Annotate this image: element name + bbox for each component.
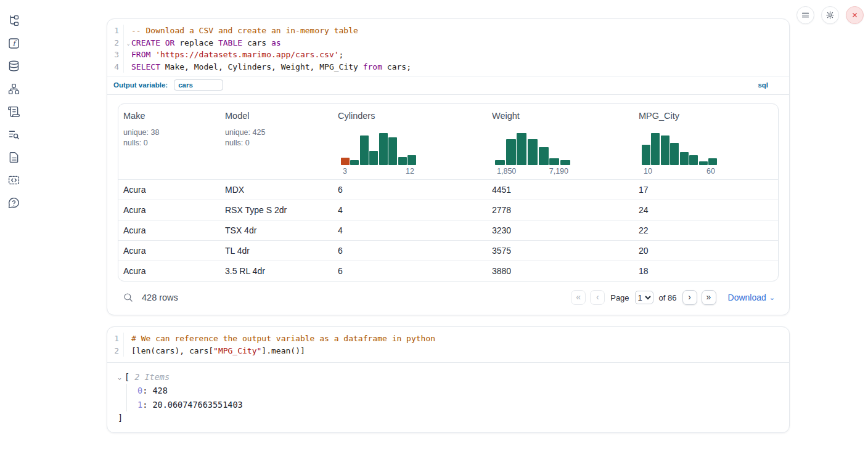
histogram-axis: 1,850 7,190 [495, 167, 570, 176]
sql-code-editor[interactable]: 1 -- Download a CSV and create an in-mem… [107, 19, 789, 76]
python-cell-output: ⌄ [ 2 Items 0: 428 1: 20.060747663551403… [107, 363, 789, 432]
histogram-bars [341, 133, 416, 165]
page-label: Page [610, 293, 629, 302]
cell-cylinders: 6 [333, 266, 487, 276]
histogram-bar [360, 136, 369, 165]
table-row[interactable]: Acura RSX Type S 2dr 4 2778 24 [118, 200, 778, 220]
weight-histogram: 1,850 7,190 [495, 133, 570, 176]
prev-page-button[interactable]: ‹ [590, 290, 605, 305]
list-item: 0: 428 [137, 384, 779, 398]
column-name: Make [123, 111, 215, 121]
axis-max: 7,190 [549, 167, 568, 176]
python-code-editor[interactable]: 1 # We can reference the output variable… [107, 327, 789, 363]
chevron-down-icon: ⌄ [769, 294, 775, 302]
mpg-city-histogram: 10 60 [642, 133, 717, 176]
table-header: Make unique: 38 nulls: 0 Model unique: 4… [118, 104, 778, 179]
snippets-icon[interactable] [7, 173, 20, 187]
gear-icon [825, 10, 835, 20]
first-page-button[interactable]: « [571, 290, 586, 305]
item-index: 1 [137, 400, 142, 410]
histogram-bar [369, 151, 378, 165]
output-variable-input[interactable] [174, 79, 223, 91]
last-page-button[interactable]: » [702, 290, 716, 305]
line-number: 1 [107, 333, 124, 345]
cell-mpg-city: 17 [634, 185, 778, 195]
histogram-bars [495, 133, 570, 165]
column-header-cylinders[interactable]: Cylinders [333, 104, 487, 179]
cell-model: RSX Type S 2dr [220, 205, 333, 215]
cell-mpg-city: 18 [634, 266, 778, 276]
documentation-icon[interactable] [7, 150, 20, 164]
cell-mpg-city: 22 [634, 225, 778, 235]
sql-text: cars [247, 38, 271, 47]
cylinders-histogram: 3 12 [341, 133, 416, 176]
tree-root: ⌄ [ 2 Items [118, 372, 779, 382]
search-button[interactable] [123, 292, 134, 303]
page-total: of 86 [659, 293, 677, 302]
left-panel-bar: f [0, 0, 27, 449]
variables-icon[interactable]: f [7, 36, 20, 50]
cell-model: 3.5 RL 4dr [220, 266, 333, 276]
axis-max: 60 [706, 167, 715, 176]
cell-make: Acura [118, 246, 220, 256]
table-row[interactable]: Acura TSX 4dr 4 3230 22 [118, 220, 778, 240]
histogram-axis: 10 60 [642, 167, 717, 176]
separator: : [142, 386, 152, 395]
logs-scroll-icon[interactable] [7, 105, 20, 118]
sql-comment: -- Download a CSV and create an in-memor… [131, 26, 358, 35]
shutdown-button[interactable] [846, 6, 864, 24]
line-number: 4 [107, 61, 124, 73]
next-page-button[interactable]: › [682, 290, 697, 305]
sql-text: replace [179, 38, 218, 47]
histogram-bar [560, 160, 570, 165]
settings-button[interactable] [821, 6, 839, 24]
first-page-icon: « [576, 292, 581, 302]
open-bracket: [ [125, 372, 129, 382]
column-header-weight[interactable]: Weight [487, 104, 634, 179]
row-count: 428 rows [142, 293, 178, 302]
histogram-bars [642, 133, 717, 165]
search-logs-icon[interactable] [7, 127, 20, 141]
dependency-graph-icon[interactable] [7, 82, 20, 95]
cell-make: Acura [118, 225, 220, 235]
table-row[interactable]: Acura TL 4dr 6 3575 20 [118, 240, 778, 261]
file-tree-icon[interactable] [7, 14, 20, 27]
cell-weight: 2778 [487, 205, 634, 215]
code-line: 4 SELECT Make, Model, Cylinders, Weight,… [107, 61, 789, 73]
database-icon[interactable] [7, 59, 20, 73]
histogram-bar [517, 133, 526, 165]
menu-button[interactable] [796, 6, 814, 24]
histogram-bar [388, 137, 397, 165]
sql-keyword: SELECT [131, 62, 165, 71]
language-badge: sql [758, 81, 768, 89]
line-number: 2 [107, 345, 124, 357]
histogram-bar [528, 139, 538, 165]
help-icon[interactable] [7, 196, 20, 209]
table-row[interactable]: Acura MDX 6 4451 17 [118, 179, 778, 200]
hamburger-icon [801, 10, 810, 20]
column-stats: unique: 38 nulls: 0 [123, 127, 215, 148]
histogram-bar [670, 143, 679, 165]
download-button[interactable]: Download ⌄ [728, 293, 775, 302]
cell-cylinders: 6 [333, 185, 487, 195]
unique-count: unique: 38 [123, 127, 215, 138]
data-table: Make unique: 38 nulls: 0 Model unique: 4… [118, 103, 779, 281]
collapse-chevron-icon[interactable]: ⌄ [118, 374, 121, 381]
line-number: 1 [107, 25, 124, 37]
table-row[interactable]: Acura 3.5 RL 4dr 6 3880 18 [118, 261, 778, 281]
notebook-actions [796, 6, 864, 24]
tree-entries: 0: 428 1: 20.060747663551403 [126, 384, 779, 411]
column-header-model[interactable]: Model unique: 425 nulls: 0 [220, 104, 333, 179]
histogram-bar [350, 160, 359, 165]
column-header-make[interactable]: Make unique: 38 nulls: 0 [118, 104, 220, 179]
cell-cylinders: 6 [333, 246, 487, 256]
column-header-mpg-city[interactable]: MPG_City [634, 104, 778, 179]
line-number: 3 [107, 49, 124, 61]
page-select[interactable]: 1 [635, 291, 653, 304]
cell-cylinders: 4 [333, 205, 487, 215]
fold-chevron-icon[interactable]: ⌄ [127, 38, 130, 50]
cell-weight: 3575 [487, 246, 634, 256]
python-cell: 1 # We can reference the output variable… [107, 326, 790, 433]
histogram-bar [661, 136, 669, 165]
close-bracket: ] [118, 413, 779, 423]
